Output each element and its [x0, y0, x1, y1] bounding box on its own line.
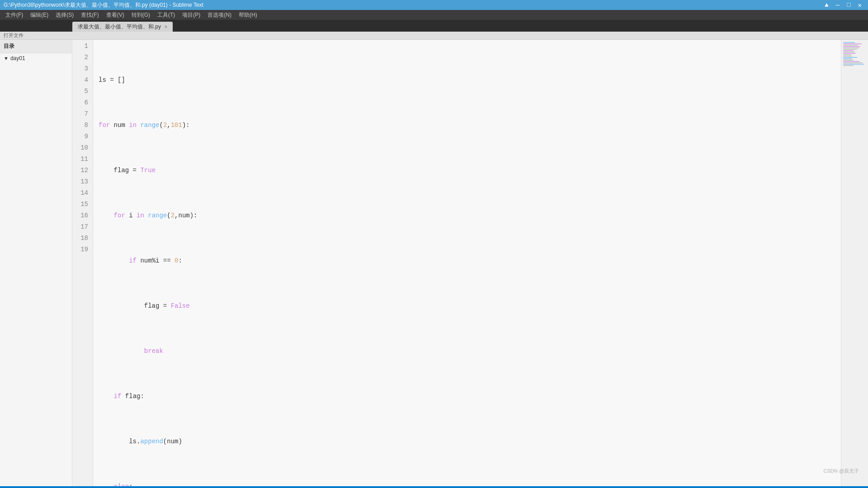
mini-9	[843, 53, 856, 54]
title-btn-up[interactable]: ▲	[822, 1, 831, 9]
folder-icon: ▼	[4, 56, 9, 61]
minimap-content	[841, 40, 868, 68]
mini-11	[843, 56, 852, 57]
code-line-2: for num in range(2,101):	[99, 120, 841, 131]
ln-2: 2	[72, 52, 88, 63]
ln-7: 7	[72, 108, 88, 120]
code-line-7: break	[99, 346, 841, 357]
mini-4	[843, 46, 860, 47]
ln-9: 9	[72, 131, 88, 142]
menu-project[interactable]: 项目(P)	[179, 10, 204, 20]
tab-bar: 求最大值、最小值、平均值、和.py ×	[0, 20, 868, 32]
ln-19: 19	[72, 244, 88, 255]
mini-1	[843, 42, 855, 43]
ln-15: 15	[72, 199, 88, 210]
menu-prefs[interactable]: 首选项(N)	[204, 10, 235, 20]
menu-find[interactable]: 查找(F)	[77, 10, 102, 20]
menu-bar: 文件(F) 编辑(E) 选择(S) 查找(F) 查看(V) 转到(G) 工具(T…	[0, 10, 868, 20]
mini-6	[843, 49, 857, 50]
ln-14: 14	[72, 188, 88, 199]
menu-file[interactable]: 文件(F)	[2, 10, 27, 20]
code-container: 1 2 3 4 5 6 7 8 9 10 11 12 13 14 15 16 1…	[72, 40, 841, 486]
ln-3: 3	[72, 63, 88, 75]
mini-18	[843, 65, 854, 66]
mini-7	[843, 50, 854, 52]
editor-area[interactable]: 1 2 3 4 5 6 7 8 9 10 11 12 13 14 15 16 1…	[72, 40, 841, 486]
tab-label: 求最大值、最小值、平均值、和.py	[78, 23, 161, 31]
code-line-1: ls = []	[99, 75, 841, 86]
minimap	[841, 40, 868, 486]
code-line-6: flag = False	[99, 300, 841, 312]
folder-label: day01	[10, 55, 25, 61]
menu-view[interactable]: 查看(V)	[103, 10, 128, 20]
code-line-10: else:	[99, 481, 841, 486]
title-bar: G:\Python38\pythonwork\求最大值、最小值、平均值、和.py…	[0, 0, 868, 10]
tab-close-btn[interactable]: ×	[165, 24, 167, 29]
code-line-5: if num%i == 0:	[99, 255, 841, 267]
sidebar-header: 目录	[0, 40, 72, 53]
ln-11: 11	[72, 154, 88, 165]
ln-6: 6	[72, 97, 88, 108]
menu-select[interactable]: 选择(S)	[52, 10, 77, 20]
menu-edit[interactable]: 编辑(E)	[27, 10, 52, 20]
ln-16: 16	[72, 210, 88, 221]
watermark: CSDN @辰尤子	[824, 468, 859, 474]
mini-2	[843, 43, 862, 45]
code-line-8: if flag:	[99, 391, 841, 402]
mini-5	[843, 47, 859, 49]
ln-13: 13	[72, 176, 88, 188]
ln-17: 17	[72, 221, 88, 233]
ln-4: 4	[72, 75, 88, 86]
ln-8: 8	[72, 120, 88, 131]
mini-14	[843, 60, 854, 61]
ln-1: 1	[72, 41, 88, 52]
sidebar: 目录 ▼ day01	[0, 40, 72, 486]
mini-10	[843, 54, 851, 56]
status-bar: ASCII 行 12，列 1 Saved G:\Python38\pythonw…	[0, 486, 868, 488]
sidebar-folder[interactable]: ▼ day01	[0, 53, 72, 63]
code-line-9: ls.append(num)	[99, 436, 841, 447]
title-btn-close[interactable]: ✕	[855, 1, 864, 9]
open-file-bar: 打开文件	[0, 32, 868, 40]
menu-help[interactable]: 帮助(H)	[235, 10, 261, 20]
ln-18: 18	[72, 233, 88, 244]
open-file-label: 打开文件	[4, 32, 24, 39]
title-btn-maximize[interactable]: □	[844, 1, 853, 9]
ln-12: 12	[72, 165, 88, 176]
code-line-4: for i in range(2,num):	[99, 210, 841, 221]
code-lines[interactable]: ls = [] for num in range(2,101): flag = …	[93, 40, 841, 486]
ln-10: 10	[72, 142, 88, 154]
menu-goto[interactable]: 转到(G)	[128, 10, 154, 20]
mini-16	[843, 62, 863, 64]
title-btn-minimize[interactable]: —	[833, 1, 842, 9]
mini-13	[843, 58, 852, 60]
file-tab[interactable]: 求最大值、最小值、平均值、和.py ×	[72, 22, 173, 32]
mini-12	[843, 57, 857, 58]
title-text: G:\Python38\pythonwork\求最大值、最小值、平均值、和.py…	[4, 1, 203, 9]
main-layout: 目录 ▼ day01 1 2 3 4 5 6 7 8 9 10 11 12 13…	[0, 40, 868, 486]
title-controls: ▲ — □ ✕	[822, 1, 864, 9]
ln-5: 5	[72, 86, 88, 97]
mini-17	[843, 64, 864, 65]
code-line-3: flag = True	[99, 165, 841, 176]
mini-8	[843, 52, 855, 53]
menu-tools[interactable]: 工具(T)	[154, 10, 179, 20]
mini-3	[843, 45, 858, 46]
mini-15	[843, 61, 859, 62]
line-numbers: 1 2 3 4 5 6 7 8 9 10 11 12 13 14 15 16 1…	[72, 40, 93, 486]
